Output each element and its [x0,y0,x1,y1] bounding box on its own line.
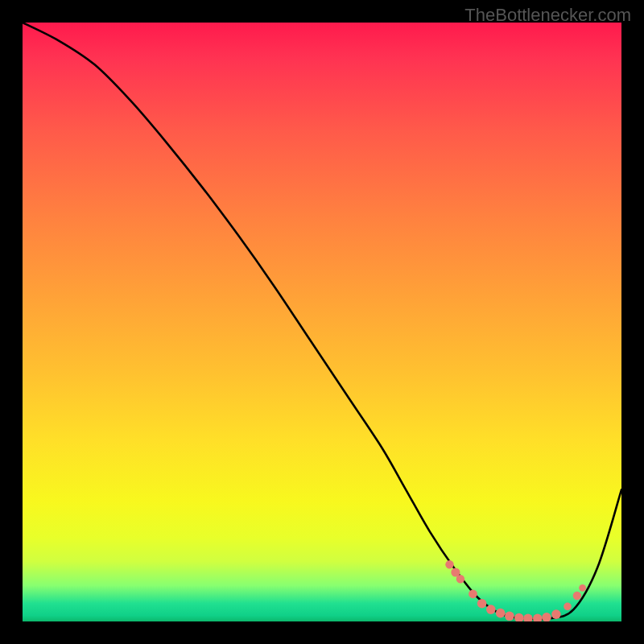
highlight-dot [579,584,586,592]
highlight-dot [573,592,581,600]
chart-curve [23,23,621,619]
highlight-dot [542,613,551,621]
chart-outer-frame: TheBottlenecker.com [0,0,644,644]
watermark-text: TheBottlenecker.com [464,5,631,26]
highlight-dot [505,612,514,621]
plot-area [23,23,621,621]
highlight-dot [564,603,572,611]
highlight-dot [496,609,506,618]
highlight-markers [445,560,586,621]
highlight-dot [445,560,453,568]
highlight-dot [514,613,524,621]
highlight-dot [456,575,464,583]
highlight-dot [551,609,561,619]
highlight-dot [533,614,543,622]
highlight-dot [523,614,533,622]
highlight-dot [477,599,487,609]
chart-svg [23,23,621,621]
highlight-dot [469,589,477,598]
highlight-dot [486,605,496,614]
